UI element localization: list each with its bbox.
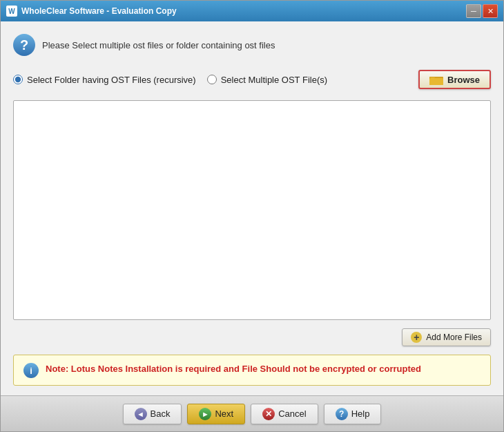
options-row: Select Folder having OST Files (recursiv… <box>13 67 491 92</box>
radio-folder-option[interactable]: Select Folder having OST Files (recursiv… <box>13 75 196 85</box>
close-button[interactable]: ✕ <box>483 4 498 18</box>
radio-multiple-option[interactable]: Select Multiple OST File(s) <box>207 75 327 85</box>
file-list-box <box>13 100 491 320</box>
header-message: Please Select multiple ost files or fold… <box>42 40 275 50</box>
title-bar: W WholeClear Software - Evaluation Copy … <box>1 1 503 21</box>
radio-multiple-input[interactable] <box>207 75 217 84</box>
note-box: i Note: Lotus Notes Installation is requ… <box>13 355 491 386</box>
radio-folder-label: Select Folder having OST Files (recursiv… <box>27 75 196 85</box>
radio-multiple-label: Select Multiple OST File(s) <box>221 75 327 85</box>
add-more-files-button[interactable]: + Add More Files <box>402 328 491 346</box>
add-icon: + <box>411 332 422 343</box>
note-info-icon: i <box>23 363 39 378</box>
app-icon: W <box>6 6 17 17</box>
window-title: WholeClear Software - Evaluation Copy <box>21 6 177 16</box>
next-button[interactable]: ► Next <box>187 404 245 424</box>
note-text: Note: Lotus Notes Installation is requir… <box>46 362 421 376</box>
folder-icon <box>429 74 443 85</box>
browse-button[interactable]: Browse <box>418 70 491 89</box>
title-bar-left: W WholeClear Software - Evaluation Copy <box>6 6 177 17</box>
cancel-label: Cancel <box>278 408 306 419</box>
help-label: Help <box>351 408 370 419</box>
svg-rect-3 <box>430 77 435 79</box>
bottom-bar: ◄ Back ► Next ✕ Cancel ? Help <box>1 395 503 431</box>
svg-rect-1 <box>429 78 443 85</box>
help-icon: ? <box>336 408 348 420</box>
help-button[interactable]: ? Help <box>324 404 382 424</box>
title-controls: ─ ✕ <box>466 4 498 18</box>
minimize-button[interactable]: ─ <box>466 4 481 18</box>
add-more-files-label: Add More Files <box>426 332 482 342</box>
back-icon: ◄ <box>135 408 147 420</box>
back-button[interactable]: ◄ Back <box>123 404 182 424</box>
radio-folder-input[interactable] <box>13 75 23 84</box>
back-label: Back <box>151 408 171 419</box>
add-files-row: + Add More Files <box>13 328 491 346</box>
cancel-icon: ✕ <box>262 408 275 420</box>
next-label: Next <box>215 408 233 419</box>
next-icon: ► <box>199 408 211 420</box>
main-window: W WholeClear Software - Evaluation Copy … <box>0 0 504 432</box>
question-icon: ? <box>13 34 35 56</box>
browse-label: Browse <box>447 75 480 85</box>
main-content: ? Please Select multiple ost files or fo… <box>1 21 503 395</box>
cancel-button[interactable]: ✕ Cancel <box>251 404 318 424</box>
header-row: ? Please Select multiple ost files or fo… <box>13 31 491 59</box>
